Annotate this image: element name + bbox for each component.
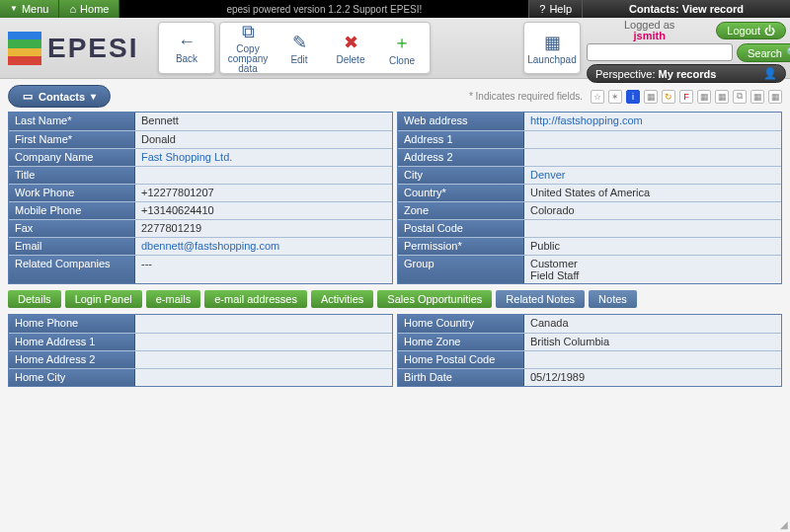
email-value[interactable]: dbennett@fastshopping.com xyxy=(135,238,392,255)
city-value[interactable]: Denver xyxy=(524,167,781,184)
search-input[interactable] xyxy=(587,43,733,61)
perspective-selector[interactable]: Perspective: My records👤 xyxy=(587,64,786,83)
home-button[interactable]: ⌂Home xyxy=(59,0,119,18)
delete-icon: ✖ xyxy=(344,32,358,53)
filter-icon[interactable]: F xyxy=(679,90,693,104)
last-name-label: Last Name* xyxy=(9,113,135,130)
account-panel: Logged asjsmith Logout⏻ Search🔍 Perspect… xyxy=(583,18,790,78)
help-button[interactable]: ?Help xyxy=(528,0,583,18)
copy-icon: ⧉ xyxy=(242,22,255,42)
search-icon: 🔍 xyxy=(786,46,790,59)
related-companies-value[interactable]: --- xyxy=(135,256,392,283)
help-icon: ? xyxy=(539,0,545,18)
print-icon[interactable]: ▦ xyxy=(750,90,764,104)
clone-icon: ＋ xyxy=(393,31,411,54)
details-left-column: Home Phone Home Address 1 Home Address 2… xyxy=(8,314,393,387)
company-value[interactable]: Fast Shopping Ltd. xyxy=(135,149,392,166)
home-country-value[interactable]: Canada xyxy=(524,315,781,333)
menu-button[interactable]: ▼Menu xyxy=(0,0,59,18)
web-address-value[interactable]: http://fastshopping.com xyxy=(524,113,781,130)
top-bar: ▼Menu ⌂Home epesi powered version 1.2.2 … xyxy=(0,0,790,18)
title-value[interactable] xyxy=(135,167,392,184)
address2-value[interactable] xyxy=(524,149,781,166)
tab-sales-opportunities[interactable]: Sales Opportunities xyxy=(377,290,492,308)
copy-action-icon[interactable]: ⧉ xyxy=(733,90,747,104)
home-address2-label: Home Address 2 xyxy=(9,351,135,368)
page-title: Contacts: View record xyxy=(583,0,790,18)
clone-button[interactable]: ＋Clone xyxy=(376,25,428,71)
address1-label: Address 1 xyxy=(398,131,524,148)
permission-label: Permission* xyxy=(398,238,524,255)
company-label: Company Name xyxy=(9,149,135,166)
zone-value[interactable]: Colorado xyxy=(524,202,781,219)
version-text: epesi powered version 1.2.2 Support EPES… xyxy=(119,4,528,15)
edit-button[interactable]: ✎Edit xyxy=(274,25,325,71)
home-country-label: Home Country xyxy=(398,315,524,333)
work-phone-label: Work Phone xyxy=(9,185,135,201)
mobile-phone-value[interactable]: +13140624410 xyxy=(135,202,392,219)
search-button[interactable]: Search🔍 xyxy=(737,43,790,62)
info-icon[interactable]: i xyxy=(626,90,640,104)
toolbar-group-2: ⧉Copy company data ✎Edit ✖Delete ＋Clone xyxy=(219,22,431,74)
email-label: Email xyxy=(9,238,135,255)
grid-icon-2[interactable]: ▦ xyxy=(715,90,729,104)
action-icons: ☆ ✶ i ▦ ↻ F ▦ ▦ ⧉ ▦ ▦ xyxy=(591,90,782,104)
toolbar-group-3: ▦Launchpad xyxy=(523,22,581,74)
grid-icon-1[interactable]: ▦ xyxy=(697,90,711,104)
permission-value[interactable]: Public xyxy=(524,238,781,255)
group-value[interactable]: Customer Field Staff xyxy=(524,256,781,283)
city-label: City xyxy=(398,167,524,184)
resize-handle[interactable]: ◢ xyxy=(780,519,788,530)
history-icon[interactable]: ↻ xyxy=(662,90,675,104)
country-value[interactable]: United States of America xyxy=(524,185,781,201)
section-title[interactable]: ▭Contacts▾ xyxy=(8,85,111,108)
tab-notes[interactable]: Notes xyxy=(589,290,637,308)
toolbar-group-1: ←Back xyxy=(158,22,215,74)
edit-icon: ✎ xyxy=(292,32,307,53)
first-name-value[interactable]: Donald xyxy=(135,131,392,148)
zone-label: Zone xyxy=(398,202,524,219)
tab-email-addresses[interactable]: e-mail addresses xyxy=(204,290,307,308)
fav-icon[interactable]: ☆ xyxy=(591,90,604,104)
web-address-label: Web address xyxy=(398,113,524,130)
tab-login-panel[interactable]: Login Panel xyxy=(65,290,142,308)
subscribe-icon[interactable]: ✶ xyxy=(608,90,622,104)
tab-details[interactable]: Details xyxy=(8,290,61,308)
export-icon[interactable]: ▦ xyxy=(768,90,782,104)
back-button[interactable]: ←Back xyxy=(161,25,212,71)
birth-date-value[interactable]: 05/12/1989 xyxy=(524,369,781,386)
home-postal-code-value[interactable] xyxy=(524,351,781,368)
last-name-value[interactable]: Bennett xyxy=(135,113,392,130)
calendar-icon[interactable]: ▦ xyxy=(644,90,658,104)
first-name-label: First Name* xyxy=(9,131,135,148)
card-icon: ▭ xyxy=(23,90,33,103)
home-phone-value[interactable] xyxy=(135,315,392,333)
work-phone-value[interactable]: +12277801207 xyxy=(135,185,392,201)
home-city-label: Home City xyxy=(9,369,135,386)
details-right-column: Home CountryCanada Home ZoneBritish Colu… xyxy=(397,314,782,387)
menu-triangle-icon: ▼ xyxy=(10,0,18,18)
home-zone-label: Home Zone xyxy=(398,334,524,350)
delete-button[interactable]: ✖Delete xyxy=(325,25,376,71)
address2-label: Address 2 xyxy=(398,149,524,166)
home-postal-code-label: Home Postal Code xyxy=(398,351,524,368)
home-city-value[interactable] xyxy=(135,369,392,386)
home-phone-label: Home Phone xyxy=(9,315,135,333)
postal-code-value[interactable] xyxy=(524,220,781,237)
fax-value[interactable]: 2277801219 xyxy=(135,220,392,237)
tab-emails[interactable]: e-mails xyxy=(146,290,200,308)
username: jsmith xyxy=(633,30,665,41)
postal-code-label: Postal Code xyxy=(398,220,524,237)
home-address1-value[interactable] xyxy=(135,334,392,350)
logo: EPESI xyxy=(0,18,156,78)
address1-value[interactable] xyxy=(524,131,781,148)
title-label: Title xyxy=(9,167,135,184)
copy-company-data-button[interactable]: ⧉Copy company data xyxy=(222,25,274,71)
logout-button[interactable]: Logout⏻ xyxy=(716,22,786,39)
launchpad-button[interactable]: ▦Launchpad xyxy=(526,25,578,71)
sub-bar: ▭Contacts▾ * Indicates required fields. … xyxy=(0,79,790,112)
tab-related-notes[interactable]: Related Notes xyxy=(496,290,585,308)
home-zone-value[interactable]: British Columbia xyxy=(524,334,781,350)
tab-activities[interactable]: Activities xyxy=(311,290,373,308)
home-address2-value[interactable] xyxy=(135,351,392,368)
